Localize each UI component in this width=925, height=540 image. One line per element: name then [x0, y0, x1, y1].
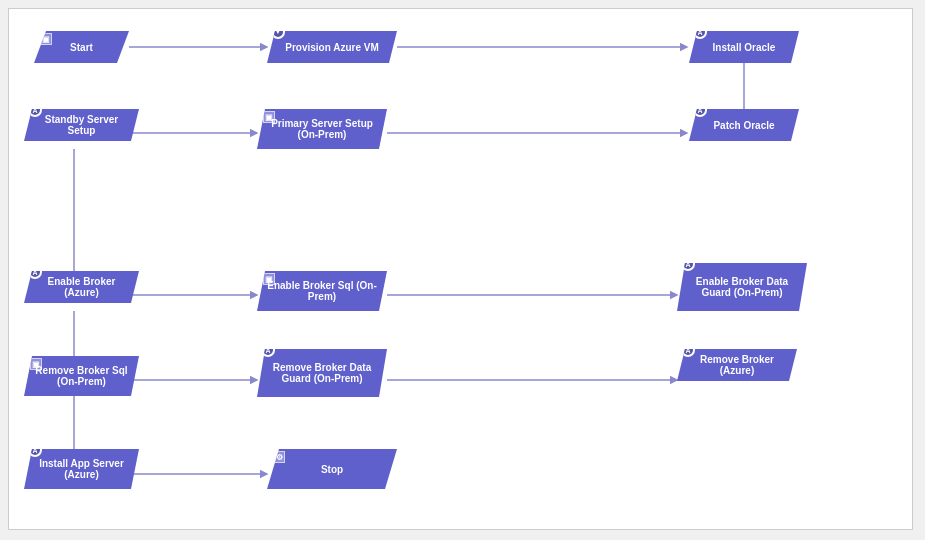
node-enable-broker-data-guard[interactable]: A Enable Broker Data Guard (On-Prem) — [677, 263, 807, 311]
remove-broker-sql-icon: ▣ — [30, 358, 42, 370]
node-remove-broker-data-guard[interactable]: A Remove Broker Data Guard (On-Prem) — [257, 349, 387, 397]
remove-broker-azure-badge: A — [681, 343, 695, 357]
node-install-oracle[interactable]: A Install Oracle — [689, 31, 799, 63]
node-start[interactable]: ▣ Start — [34, 31, 129, 63]
node-enable-broker-azure[interactable]: A Enable Broker (Azure) — [24, 271, 139, 303]
patch-oracle-badge: A — [693, 103, 707, 117]
node-primary-server[interactable]: ▣ Primary Server Setup (On-Prem) — [257, 109, 387, 149]
enable-broker-dg-badge: A — [681, 257, 695, 271]
install-oracle-badge: A — [693, 25, 707, 39]
stop-icon: ⚙ — [273, 451, 285, 463]
remove-broker-dg-badge: A — [261, 343, 275, 357]
primary-server-icon: ▣ — [263, 111, 275, 123]
start-label: Start — [70, 42, 93, 53]
standby-badge: A — [28, 103, 42, 117]
node-stop[interactable]: ⚙ Stop — [267, 449, 397, 489]
remove-broker-sql-label: Remove Broker Sql (On-Prem) — [32, 365, 131, 387]
workflow-canvas: ▣ Start ▾ Provision Azure VM A Install O… — [8, 8, 913, 530]
node-install-app-server[interactable]: A Install App Server (Azure) — [24, 449, 139, 489]
enable-broker-azure-label: Enable Broker (Azure) — [32, 276, 131, 298]
node-enable-broker-sql[interactable]: ▣ Enable Broker Sql (On-Prem) — [257, 271, 387, 311]
enable-broker-sql-label: Enable Broker Sql (On-Prem) — [265, 280, 379, 302]
provision-badge: ▾ — [271, 25, 285, 39]
patch-oracle-label: Patch Oracle — [713, 120, 774, 131]
enable-broker-dg-label: Enable Broker Data Guard (On-Prem) — [685, 276, 799, 298]
remove-broker-dg-label: Remove Broker Data Guard (On-Prem) — [265, 362, 379, 384]
start-icon: ▣ — [40, 33, 52, 45]
install-app-server-badge: A — [28, 443, 42, 457]
node-provision-azure-vm[interactable]: ▾ Provision Azure VM — [267, 31, 397, 63]
primary-server-label: Primary Server Setup (On-Prem) — [265, 118, 379, 140]
provision-label: Provision Azure VM — [285, 42, 379, 53]
node-remove-broker-sql[interactable]: ▣ Remove Broker Sql (On-Prem) — [24, 356, 139, 396]
remove-broker-azure-label: Remove Broker (Azure) — [685, 354, 789, 376]
node-standby-server[interactable]: A Standby Server Setup — [24, 109, 139, 141]
standby-label: Standby Server Setup — [32, 114, 131, 136]
node-remove-broker-azure[interactable]: A Remove Broker (Azure) — [677, 349, 797, 381]
install-app-server-label: Install App Server (Azure) — [32, 458, 131, 480]
install-oracle-label: Install Oracle — [713, 42, 776, 53]
stop-label: Stop — [321, 464, 343, 475]
node-patch-oracle[interactable]: A Patch Oracle — [689, 109, 799, 141]
enable-broker-sql-icon: ▣ — [263, 273, 275, 285]
enable-broker-azure-badge: A — [28, 265, 42, 279]
